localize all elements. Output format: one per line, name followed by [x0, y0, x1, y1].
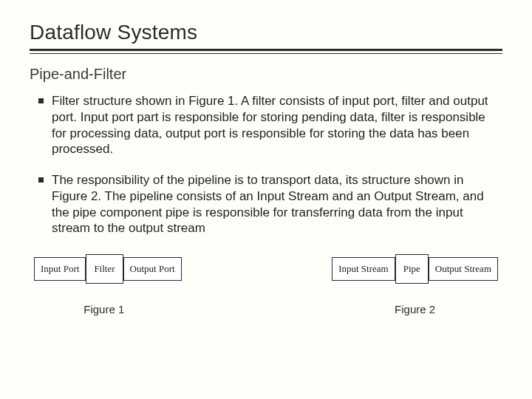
figure-2-caption: Figure 2 [395, 303, 435, 316]
slide-subtitle: Pipe-and-Filter [30, 66, 502, 83]
slide-title: Dataflow Systems [30, 21, 502, 44]
bullet-item: The responsibility of the pipeline is to… [38, 172, 502, 236]
figure-2-box-input-stream: Input Stream [332, 257, 395, 281]
figure-2: Input Stream Pipe Output Stream Figure 2 [330, 251, 499, 316]
figure-1-box-filter: Filter [86, 254, 123, 284]
figure-1: Input Port Filter Output Port Figure 1 [33, 251, 183, 316]
figures-row: Input Port Filter Output Port Figure 1 I… [30, 251, 502, 316]
figure-1-caption: Figure 1 [83, 303, 124, 316]
figure-1-box-input-port: Input Port [34, 257, 86, 281]
figure-1-box-output-port: Output Port [123, 257, 182, 281]
figure-1-diagram: Input Port Filter Output Port [33, 251, 183, 287]
figure-2-box-output-stream: Output Stream [429, 257, 498, 281]
bullet-item: Filter structure shown in Figure 1. A fi… [38, 93, 502, 157]
figure-2-box-pipe: Pipe [395, 254, 429, 284]
figure-2-diagram: Input Stream Pipe Output Stream [330, 251, 499, 287]
slide: Dataflow Systems Pipe-and-Filter Filter … [0, 0, 532, 399]
bullet-list: Filter structure shown in Figure 1. A fi… [38, 93, 502, 236]
title-rule [30, 49, 502, 54]
